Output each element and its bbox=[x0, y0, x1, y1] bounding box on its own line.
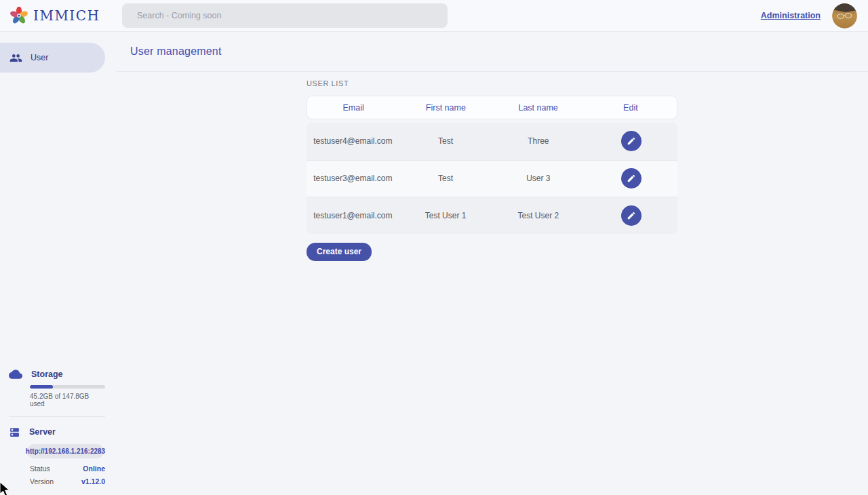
pencil-icon bbox=[627, 174, 636, 183]
table-row: testuser4@email.com Test Three bbox=[307, 123, 677, 160]
user-first-name: Test User 1 bbox=[399, 211, 492, 220]
administration-link[interactable]: Administration bbox=[761, 11, 821, 20]
user-list-label: USER LIST bbox=[307, 79, 868, 87]
column-header-edit: Edit bbox=[585, 103, 677, 113]
create-user-button[interactable]: Create user bbox=[307, 243, 372, 261]
sidebar-divider bbox=[9, 416, 105, 417]
page-header: User management bbox=[116, 32, 868, 72]
server-title: Server bbox=[29, 427, 56, 437]
main-content: User management USER LIST Email First na… bbox=[116, 32, 868, 495]
immich-logo[interactable]: IMMICH bbox=[0, 7, 112, 24]
people-icon bbox=[9, 52, 22, 64]
sidebar-status-panel: Storage 45.2GB of 147.8GB used Server ht… bbox=[0, 368, 116, 486]
edit-user-button[interactable] bbox=[621, 131, 642, 151]
user-table: Email First name Last name Edit testuser… bbox=[307, 96, 677, 234]
app-title: IMMICH bbox=[33, 7, 100, 24]
column-header-last-name: Last name bbox=[492, 103, 585, 113]
immich-flower-icon bbox=[10, 7, 28, 24]
user-first-name: Test bbox=[399, 136, 492, 146]
storage-title: Storage bbox=[31, 370, 63, 379]
user-table-body: testuser4@email.com Test Three testuser3… bbox=[307, 123, 677, 234]
pencil-icon bbox=[627, 211, 636, 220]
table-row: testuser1@email.com Test User 1 Test Use… bbox=[307, 197, 677, 234]
user-email: testuser4@email.com bbox=[307, 136, 399, 146]
top-navbar: IMMICH Administration bbox=[0, 0, 868, 32]
server-icon bbox=[9, 427, 20, 438]
user-email: testuser1@email.com bbox=[307, 211, 399, 220]
user-last-name: User 3 bbox=[492, 174, 585, 183]
edit-user-button[interactable] bbox=[621, 168, 642, 189]
admin-sidebar: User Storage 45.2GB of 147.8GB used Serv… bbox=[0, 32, 116, 495]
page-title: User management bbox=[130, 45, 222, 58]
user-last-name: Test User 2 bbox=[492, 211, 585, 220]
server-status-label: Status bbox=[30, 464, 50, 473]
user-first-name: Test bbox=[399, 174, 492, 183]
user-table-header: Email First name Last name Edit bbox=[307, 96, 677, 119]
server-url-badge: http://192.168.1.216:2283 bbox=[27, 444, 104, 458]
cloud-icon bbox=[9, 370, 22, 379]
user-avatar[interactable] bbox=[832, 3, 857, 28]
table-row: testuser3@email.com Test User 3 bbox=[307, 160, 677, 197]
server-status-value: Online bbox=[83, 464, 105, 473]
user-last-name: Three bbox=[492, 136, 585, 146]
edit-user-button[interactable] bbox=[621, 205, 642, 226]
storage-progress-fill bbox=[30, 385, 53, 389]
search-input[interactable] bbox=[122, 3, 448, 28]
column-header-first-name: First name bbox=[399, 103, 492, 113]
sidebar-item-user[interactable]: User bbox=[0, 43, 105, 73]
server-version-value: v1.12.0 bbox=[81, 477, 105, 486]
server-version-label: Version bbox=[30, 477, 54, 486]
sidebar-item-user-label: User bbox=[31, 53, 48, 62]
storage-usage-caption: 45.2GB of 147.8GB used bbox=[30, 393, 105, 408]
storage-progress-bar bbox=[30, 385, 105, 389]
user-email: testuser3@email.com bbox=[307, 174, 399, 183]
column-header-email: Email bbox=[307, 103, 399, 113]
pencil-icon bbox=[627, 136, 636, 146]
